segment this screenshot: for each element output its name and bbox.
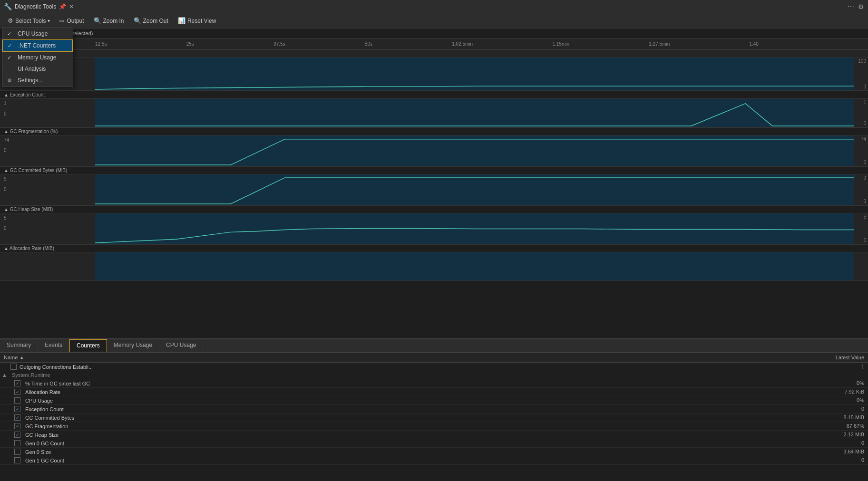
check-cpu-icon: ✓ xyxy=(7,31,14,37)
table-row[interactable]: GC Committed Bytes 8.15 MiB xyxy=(0,414,868,422)
row-value-gen0-gc: 0 xyxy=(807,440,864,446)
row-value-time-gc: 0% xyxy=(807,380,864,386)
row-name-time-gc: % Time in GC since last GC xyxy=(4,380,807,386)
checkbox-time-gc[interactable] xyxy=(14,380,20,386)
row-name-gen0-gc: Gen 0 GC Count xyxy=(4,440,807,446)
gc-frag-section: ▲ GC Fragmentation (%) xyxy=(0,127,868,135)
gc-committed-scale: 9 0 xyxy=(854,174,868,205)
table-row[interactable]: GC Heap Size 2.12 MiB xyxy=(0,431,868,439)
table-row[interactable]: CPU Usage 0% xyxy=(0,396,868,405)
row-value-gc-frag: 67.67% xyxy=(807,423,864,429)
gc-frag-label: ▲ GC Fragmentation (%) xyxy=(4,129,58,134)
table-row[interactable]: GC Fragmentation 67.67% xyxy=(0,422,868,431)
checkbox-gc-committed[interactable] xyxy=(14,414,20,421)
memory-usage-chart[interactable] xyxy=(95,58,854,90)
tick-7: 1:40 xyxy=(749,41,758,47)
col-name-header[interactable]: Name ▲ xyxy=(4,355,807,360)
col-value-header: Latest Value xyxy=(807,355,864,360)
gc-fragmentation-chart-row: 740 74 0 xyxy=(0,135,868,166)
output-icon: ⇨ xyxy=(59,17,65,24)
reset-view-button[interactable]: 📊 Reset View xyxy=(174,16,220,26)
select-tools-button[interactable]: ⚙ Select Tools ▾ xyxy=(4,16,54,26)
checkbox-gc-frag[interactable] xyxy=(14,423,20,429)
sort-icon: ▲ xyxy=(20,355,24,360)
row-name-cpu: CPU Usage xyxy=(4,397,807,404)
dropdown-label-ui: UI Analysis xyxy=(18,66,46,72)
checkbox-gen1-gc[interactable] xyxy=(14,457,20,463)
row-name-gc-heap: GC Heap Size xyxy=(4,432,807,438)
row-value-exception: 0 xyxy=(807,406,864,412)
table-row[interactable]: Gen 0 Size 3.64 MiB xyxy=(0,448,868,456)
tick-2: 37.5s xyxy=(273,41,285,47)
settings-icon[interactable]: ⚙ xyxy=(858,3,864,10)
exception-count-chart-row: 10 1 0 xyxy=(0,99,868,127)
checkbox-exception[interactable] xyxy=(14,406,20,412)
tick-3: 50s xyxy=(365,41,372,47)
chevron-down-icon: ▾ xyxy=(48,18,50,23)
allocation-label: ▲ Allocation Rate (MiB) xyxy=(4,246,54,251)
dropdown-item-net-counters[interactable]: ✓ .NET Counters xyxy=(2,39,73,52)
allocation-chart[interactable] xyxy=(95,252,854,280)
checkbox-outgoing[interactable] xyxy=(10,364,17,370)
row-name-outgoing: Outgoing Connections Establi... xyxy=(4,364,807,370)
checkbox-gen0-size[interactable] xyxy=(14,449,20,455)
row-value-gen1-gc: 0 xyxy=(807,457,864,463)
row-name-exception: Exception Count xyxy=(4,406,807,412)
tick-6: 1:27.5min xyxy=(649,41,670,47)
exception-chart-scale-label: 10 xyxy=(0,99,95,127)
table-row[interactable]: Exception Count 0 xyxy=(0,405,868,414)
gc-heap-scale-label: 50 xyxy=(0,213,95,244)
tick-4: 1:02.5min xyxy=(452,41,473,47)
charts-container: Last 1:40 minutes (1:39 min selected) 12… xyxy=(0,29,868,338)
zoom-out-button[interactable]: 🔍 Zoom Out xyxy=(130,16,172,26)
gc-frag-scale: 74 0 xyxy=(854,135,868,166)
net-counters-section-header: ▲ .NET Counters xyxy=(0,50,868,58)
charts-area[interactable]: ▲ .NET Counters Memory Usage 100 0 xyxy=(0,50,868,338)
tab-counters[interactable]: Counters xyxy=(69,339,107,352)
checkbox-gc-heap[interactable] xyxy=(14,432,20,438)
dropdown-label-net: .NET Counters xyxy=(18,42,56,49)
gc-heap-section: ▲ GC Heap Size (MiB) xyxy=(0,205,868,213)
close-icon[interactable]: ✕ xyxy=(69,3,74,10)
table-row[interactable]: Gen 1 GC Count 0 xyxy=(0,456,868,465)
row-value-gc-committed: 8.15 MiB xyxy=(807,414,864,421)
memory-usage-chart-row: Memory Usage 100 0 xyxy=(0,58,868,91)
system-runtime-header[interactable]: ▲ System.Runtime xyxy=(0,371,868,379)
title-bar-title: Diagnostic Tools xyxy=(15,3,56,10)
diagnostic-tools-icon: 🔧 xyxy=(4,3,12,10)
dropdown-item-cpu-usage[interactable]: ✓ CPU Usage xyxy=(2,28,73,39)
gc-heap-chart[interactable] xyxy=(95,213,854,244)
timeline-header: 12.5s 25s 37.5s 50s 1:02.5min 1:15min 1:… xyxy=(0,38,868,50)
checkbox-cpu[interactable] xyxy=(14,397,20,404)
row-name-alloc: Allocation Rate xyxy=(4,389,807,395)
gc-committed-chart[interactable] xyxy=(95,174,854,205)
zoom-in-icon: 🔍 xyxy=(94,17,101,24)
row-name-gc-frag: GC Fragmentation xyxy=(4,423,807,429)
checkbox-gen0-gc[interactable] xyxy=(14,440,20,446)
tab-events[interactable]: Events xyxy=(38,339,69,352)
gc-frag-chart[interactable] xyxy=(95,135,854,166)
output-button[interactable]: ⇨ Output xyxy=(56,16,88,26)
tab-memory-usage[interactable]: Memory Usage xyxy=(107,339,159,352)
zoom-in-button[interactable]: 🔍 Zoom In xyxy=(90,16,128,26)
dropdown-item-settings[interactable]: ⚙ Settings... xyxy=(2,75,73,86)
dropdown-item-ui-analysis[interactable]: ✓ UI Analysis xyxy=(2,63,73,75)
exception-count-chart[interactable] xyxy=(95,99,854,127)
settings-gear-icon: ⚙ xyxy=(7,77,14,84)
table-row[interactable]: % Time in GC since last GC 0% xyxy=(0,379,868,388)
tab-cpu-usage[interactable]: CPU Usage xyxy=(159,339,203,352)
table-header: Name ▲ Latest Value xyxy=(0,353,868,363)
dropdown-item-memory[interactable]: ✓ Memory Usage xyxy=(2,52,73,63)
pin-icon[interactable]: 📌 xyxy=(59,3,66,10)
table-row[interactable]: Outgoing Connections Establi... 1 xyxy=(0,363,868,371)
more-icon[interactable]: ⋯ xyxy=(848,3,854,10)
tab-summary[interactable]: Summary xyxy=(0,339,38,352)
gc-heap-label: ▲ GC Heap Size (MiB) xyxy=(4,207,53,212)
scale-min: 0 xyxy=(863,84,866,89)
counters-table[interactable]: Name ▲ Latest Value Outgoing Connections… xyxy=(0,353,868,481)
exception-label: ▲ Exception Count xyxy=(4,92,45,97)
table-row[interactable]: Allocation Rate 7.92 KiB xyxy=(0,388,868,396)
table-row[interactable]: Gen 0 GC Count 0 xyxy=(0,439,868,448)
checkbox-alloc[interactable] xyxy=(14,389,20,395)
exception-count-section: ▲ Exception Count xyxy=(0,91,868,99)
